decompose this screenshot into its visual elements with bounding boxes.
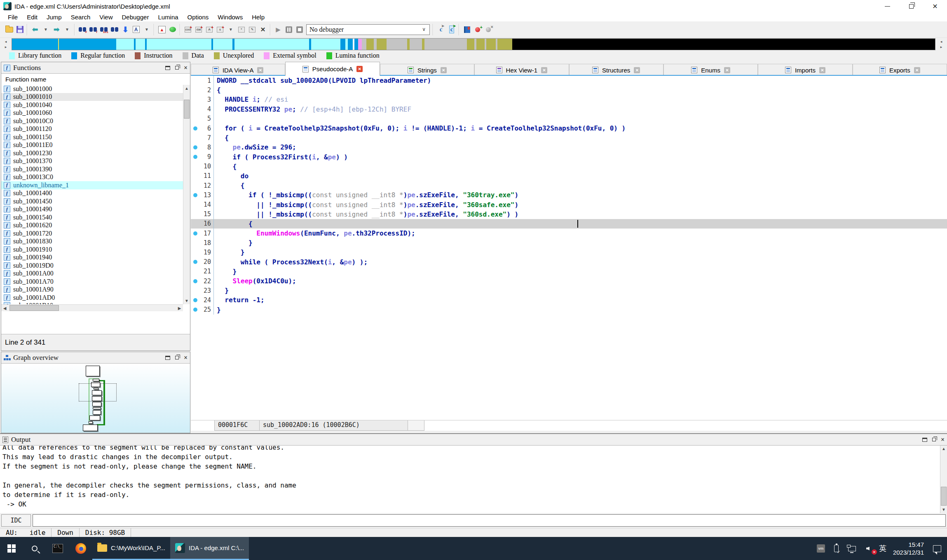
menu-search[interactable]: Search: [66, 14, 95, 21]
function-row[interactable]: ƒsub_10001150: [1, 133, 183, 141]
make-data-icon[interactable]: dat+: [195, 26, 203, 34]
add-breakpoint-icon[interactable]: +: [474, 26, 482, 34]
taskbar-task-folder[interactable]: C:\MyWork\IDA_P...: [92, 537, 170, 560]
code-line[interactable]: 9 if ( Process32First(i, &pe) ): [191, 152, 947, 162]
undefine-icon[interactable]: ✕: [259, 26, 267, 34]
function-row[interactable]: ƒsub_10001120: [1, 125, 183, 133]
code-line[interactable]: 7 {: [191, 133, 947, 142]
menu-options[interactable]: Options: [183, 14, 213, 21]
breakpoint-dot[interactable]: [191, 126, 200, 131]
hscroll-thumb[interactable]: [9, 305, 59, 311]
function-row[interactable]: ƒsub_10001010: [1, 93, 183, 101]
code-line[interactable]: 22 Sleep(0x1D4C0u);: [191, 276, 947, 286]
code-line[interactable]: 3 HANDLE i; // esi: [191, 95, 947, 104]
code-line[interactable]: 15 || !_mbsicmp((const unsigned __int8 *…: [191, 210, 947, 219]
taskbar-clock[interactable]: 15:47 2023/12/31: [893, 541, 924, 556]
action-center-icon[interactable]: [933, 545, 941, 552]
function-row[interactable]: ƒsub_10001370: [1, 157, 183, 166]
menu-jump[interactable]: Jump: [42, 14, 66, 21]
rename-dropdown-icon[interactable]: ▼: [143, 26, 151, 34]
close-panel-icon[interactable]: ×: [184, 355, 188, 360]
scroll-down-icon[interactable]: ▼: [940, 506, 947, 513]
float-panel-icon[interactable]: [175, 356, 179, 359]
debugger-start-icon[interactable]: ▶: [274, 26, 282, 34]
minimize-button[interactable]: [875, 0, 899, 12]
float-panel-icon[interactable]: [175, 66, 179, 70]
menu-file[interactable]: File: [3, 14, 22, 21]
graph-panel-header[interactable]: Graph overview ×: [1, 352, 190, 364]
tab-enums[interactable]: Enums✕: [663, 64, 758, 76]
breakpoint-dot[interactable]: [191, 155, 200, 159]
scroll-up-icon[interactable]: ▲: [940, 446, 947, 452]
function-list-vscrollbar[interactable]: ▲ ▼: [183, 85, 190, 304]
function-row[interactable]: ƒunknown_libname_1: [1, 181, 183, 189]
scroll-right-icon[interactable]: ▶: [176, 305, 183, 311]
network-tray-icon[interactable]: [848, 544, 857, 553]
delete-breakpoint-icon[interactable]: ×: [484, 26, 492, 34]
tab-hex-view-1[interactable]: Hex View-1✕: [474, 64, 569, 76]
function-row[interactable]: ƒsub_10001720: [1, 229, 183, 238]
code-line[interactable]: 21 }: [191, 267, 947, 276]
breakpoint-dot[interactable]: [191, 308, 200, 312]
code-line[interactable]: 17 EnumWindows(EnumFunc, pe.th32ProcessI…: [191, 229, 947, 238]
scroll-down-icon[interactable]: ▼: [183, 297, 190, 304]
code-line[interactable]: 19 }: [191, 247, 947, 257]
function-name-column-header[interactable]: Function name: [1, 74, 190, 85]
usb-tray-icon[interactable]: [832, 544, 841, 553]
start-button[interactable]: [0, 537, 23, 560]
scroll-up-icon[interactable]: ▲: [183, 85, 190, 92]
edit-function-icon[interactable]: ✎: [248, 26, 256, 34]
output-vscroll-thumb[interactable]: [941, 487, 947, 506]
tab-close-icon[interactable]: ✕: [914, 67, 920, 73]
functions-panel-header[interactable]: ƒ Functions ×: [1, 62, 190, 74]
menu-edit[interactable]: Edit: [22, 14, 42, 21]
code-line[interactable]: 16 {: [191, 219, 947, 229]
firefox-taskbar-icon[interactable]: [69, 537, 92, 560]
code-line[interactable]: 20 while ( Process32Next(i, &pe) );: [191, 257, 947, 267]
breakpoint-dot[interactable]: [191, 193, 200, 197]
tab-close-icon[interactable]: ✕: [819, 67, 825, 73]
output-vscrollbar[interactable]: ▲ ▼: [940, 446, 947, 513]
navband-strip[interactable]: [12, 38, 935, 50]
taskbar-task-ida[interactable]: IDA - edge.xml C:\...: [170, 537, 249, 560]
maximize-panel-icon[interactable]: [922, 438, 927, 442]
make-struct-dropdown-icon[interactable]: ▼: [227, 26, 235, 34]
code-line[interactable]: 12 {: [191, 181, 947, 190]
code-line[interactable]: 10 {: [191, 162, 947, 171]
menu-help[interactable]: Help: [247, 14, 269, 21]
function-row[interactable]: ƒsub_100019D0: [1, 261, 183, 270]
output-panel-header[interactable]: Output ×: [0, 434, 947, 446]
breakpoint-dot[interactable]: [191, 298, 200, 302]
debugger-select[interactable]: No debugger ∨: [306, 24, 430, 35]
input-language-indicator[interactable]: 英: [879, 544, 886, 553]
tab-close-icon[interactable]: ✕: [724, 67, 730, 73]
search-text-icon[interactable]: T: [89, 26, 97, 34]
cmd-taskbar-icon[interactable]: C:\_: [46, 537, 69, 560]
tab-structures[interactable]: Structures✕: [569, 64, 663, 76]
code-line[interactable]: 1DWORD __stdcall sub_10002AD0(LPVOID lpT…: [191, 76, 947, 85]
navigate-forward-icon[interactable]: ➡: [52, 26, 61, 34]
close-button[interactable]: ✕: [923, 0, 947, 12]
code-line[interactable]: 4 PROCESSENTRY32 pe; // [esp+4h] [ebp-12…: [191, 105, 947, 114]
tab-close-icon[interactable]: ✕: [441, 67, 447, 73]
taskbar-search-button[interactable]: [23, 537, 46, 560]
run-analysis-icon[interactable]: [169, 26, 177, 34]
tab-close-icon[interactable]: ✕: [541, 67, 547, 73]
breakpoint-list-icon[interactable]: [463, 26, 471, 34]
function-row[interactable]: ƒsub_10001490: [1, 205, 183, 214]
function-row[interactable]: ƒsub_10001620: [1, 222, 183, 230]
function-row[interactable]: ƒsub_10001450: [1, 197, 183, 205]
output-log[interactable]: All data references to the segment will …: [0, 446, 940, 513]
float-panel-icon[interactable]: [932, 438, 936, 441]
breakpoint-dot[interactable]: [191, 279, 200, 283]
problems-icon[interactable]: ▲: [158, 26, 166, 34]
function-row[interactable]: ƒsub_10001830: [1, 238, 183, 246]
compile-selected-icon[interactable]: c➤: [448, 26, 456, 34]
navband-scroll-left[interactable]: ◂▸: [0, 38, 12, 50]
tab-close-icon[interactable]: ✕: [257, 67, 263, 73]
breakpoint-dot[interactable]: [191, 231, 200, 236]
breakpoint-dot[interactable]: [191, 145, 200, 149]
open-file-icon[interactable]: [5, 26, 13, 34]
function-row[interactable]: ƒsub_10001040: [1, 101, 183, 109]
patch-icon[interactable]: ＊: [237, 26, 246, 34]
